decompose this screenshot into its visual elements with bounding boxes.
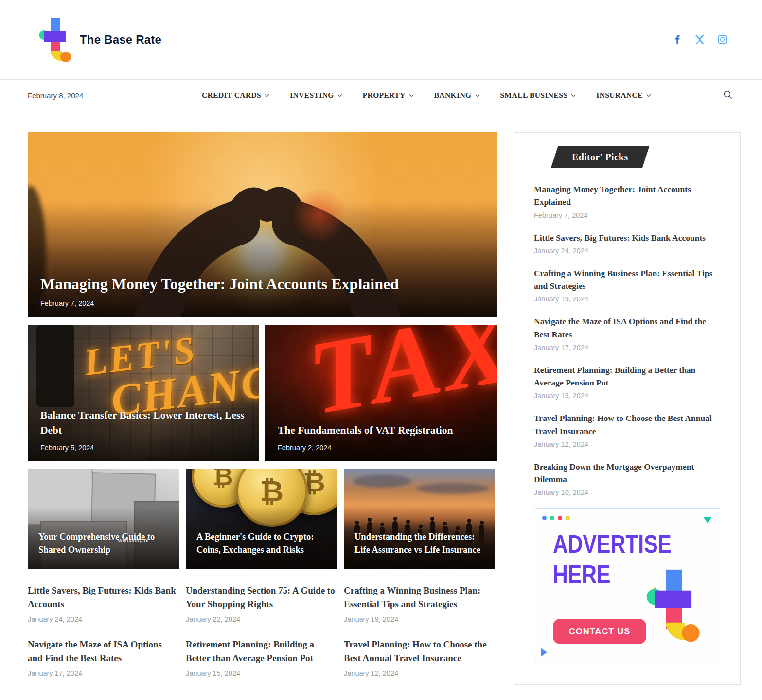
article-title[interactable]: Travel Planning: How to Choose the Best … [534, 412, 721, 438]
chevron-down-icon [475, 94, 480, 97]
article-date: January 15, 2024 [186, 669, 337, 677]
article-title[interactable]: Little Savers, Big Futures: Kids Bank Ac… [534, 231, 721, 244]
hero-date: February 7, 2024 [40, 299, 484, 307]
article-date: January 15, 2024 [534, 392, 721, 400]
nav-item-banking[interactable]: BANKING [434, 91, 480, 100]
nav-item-investing[interactable]: INVESTING [290, 91, 342, 100]
card-caption: The Fundamentals of VAT Registration Feb… [278, 423, 484, 452]
article-title[interactable]: Understanding Section 75: A Guide to You… [186, 584, 337, 611]
sidebar-article-link[interactable]: Crafting a Winning Business Plan: Essent… [534, 267, 721, 303]
nav-item-property[interactable]: PROPERTY [363, 91, 414, 100]
article-title[interactable]: Retirement Planning: Building a Better t… [534, 364, 721, 389]
advertise-line-1: ADVERTISE [553, 529, 672, 559]
contact-us-button[interactable]: CONTACT US [553, 619, 646, 644]
article-title[interactable]: Balance Transfer Basics: Lower Interest,… [40, 408, 246, 438]
x-twitter-icon[interactable] [695, 35, 704, 44]
site-logo-mark-icon [39, 18, 69, 61]
article-card-crypto-guide[interactable]: ₿ ₿ ₿ A Beginner's Guide to Crypto: Coin… [186, 469, 337, 569]
article-date: February 5, 2024 [40, 444, 246, 452]
article-date: January 22, 2024 [186, 615, 337, 623]
nav-item-insurance[interactable]: INSURANCE [596, 91, 651, 100]
article-card-shared-ownership[interactable]: wehkamp.nl Your Comprehensive Guide to S… [28, 469, 179, 569]
editors-picks-ribbon: Editor' Picks [551, 146, 649, 168]
logo-orange-dot [682, 624, 699, 642]
article-title[interactable]: A Beginner's Guide to Crypto: Coins, Exc… [196, 530, 326, 557]
sidebar-article-link[interactable]: Managing Money Together: Joint Accounts … [534, 183, 721, 219]
teal-triangle-icon [703, 517, 712, 523]
ad-logo-mark-icon [647, 570, 696, 640]
site-header: The Base Rate [0, 0, 762, 79]
article-title[interactable]: The Fundamentals of VAT Registration [278, 423, 484, 438]
hero-article-card[interactable]: Managing Money Together: Joint Accounts … [28, 132, 497, 317]
nav-menu: CREDIT CARDS INVESTING PROPERTY BANKING … [149, 91, 704, 100]
article-date: January 10, 2024 [534, 489, 721, 496]
site-logo[interactable]: The Base Rate [39, 18, 161, 61]
logo-purple-bar [44, 31, 66, 42]
sidebar-article-link[interactable]: Breaking Down the Mortgage Overpayment D… [534, 460, 721, 497]
chevron-down-icon [265, 94, 269, 97]
article-link[interactable]: Travel Planning: How to Choose the Best … [344, 638, 495, 677]
article-title[interactable]: Retirement Planning: Building a Better t… [186, 638, 337, 665]
page: The Base Rate February 8, 2024 CREDIT CA… [0, 0, 762, 700]
decorative-dots [542, 516, 570, 520]
nav-item-small-business[interactable]: SMALL BUSINESS [500, 91, 576, 100]
chevron-down-icon [409, 94, 414, 97]
sidebar-article-link[interactable]: Travel Planning: How to Choose the Best … [534, 412, 721, 448]
card-caption: Balance Transfer Basics: Lower Interest,… [40, 408, 246, 452]
article-card-vat-registration[interactable]: TAX The Fundamentals of VAT Registration… [265, 325, 497, 461]
content-area: Managing Money Together: Joint Accounts … [0, 111, 762, 685]
sidebar-article-link[interactable]: Little Savers, Big Futures: Kids Bank Ac… [534, 231, 721, 255]
medium-cards-row: LET'S CHANGE Balance Transfer Basics: Lo… [28, 325, 497, 461]
logo-orange-dot [60, 52, 71, 62]
sidebar-article-link[interactable]: Navigate the Maze of ISA Options and Fin… [534, 315, 721, 351]
current-date: February 8, 2024 [28, 91, 149, 100]
article-date: January 24, 2024 [534, 247, 721, 255]
article-card-balance-transfer[interactable]: LET'S CHANGE Balance Transfer Basics: Lo… [28, 325, 259, 461]
lens-flare [290, 188, 349, 242]
article-title[interactable]: Little Savers, Big Futures: Kids Bank Ac… [28, 584, 179, 611]
logo-purple-bar [655, 591, 691, 608]
article-title[interactable]: Navigate the Maze of ISA Options and Fin… [28, 638, 179, 665]
article-date: February 2, 2024 [278, 444, 484, 452]
article-date: February 7, 2024 [534, 211, 721, 219]
advertise-banner[interactable]: ADVERTISE HERE CONTACT US [534, 508, 721, 663]
article-title[interactable]: Crafting a Winning Business Plan: Essent… [534, 267, 721, 293]
article-link[interactable]: Understanding Section 75: A Guide to You… [186, 584, 337, 623]
article-date: January 24, 2024 [28, 615, 179, 623]
article-title[interactable]: Managing Money Together: Joint Accounts … [534, 183, 721, 209]
article-link[interactable]: Crafting a Winning Business Plan: Essent… [344, 584, 495, 623]
hero-title[interactable]: Managing Money Together: Joint Accounts … [40, 274, 484, 294]
sidebar-title: Editor' Picks [572, 152, 628, 163]
article-date: January 12, 2024 [534, 440, 721, 448]
article-date: January 17, 2024 [28, 669, 179, 677]
nav-item-credit-cards[interactable]: CREDIT CARDS [202, 91, 269, 100]
search-icon [723, 90, 733, 100]
instagram-icon[interactable] [718, 35, 727, 44]
article-card-life-assurance[interactable]: Understanding the Differences: Life Assu… [344, 469, 495, 569]
small-cards-row: wehkamp.nl Your Comprehensive Guide to S… [28, 469, 497, 569]
sidebar-article-link[interactable]: Retirement Planning: Building a Better t… [534, 364, 721, 400]
chevron-down-icon [571, 94, 576, 97]
editors-picks-list: Managing Money Together: Joint Accounts … [534, 183, 721, 496]
chevron-down-icon [646, 94, 651, 97]
article-title[interactable]: Crafting a Winning Business Plan: Essent… [344, 584, 495, 611]
main-column: Managing Money Together: Joint Accounts … [28, 132, 497, 677]
card-caption: Understanding the Differences: Life Assu… [354, 530, 484, 557]
article-link[interactable]: Little Savers, Big Futures: Kids Bank Ac… [28, 584, 179, 623]
article-date: January 19, 2024 [344, 615, 495, 623]
article-link[interactable]: Navigate the Maze of ISA Options and Fin… [28, 638, 179, 677]
article-title[interactable]: Understanding the Differences: Life Assu… [354, 530, 484, 557]
article-title[interactable]: Your Comprehensive Guide to Shared Owner… [38, 530, 168, 557]
article-date: January 17, 2024 [534, 344, 721, 351]
facebook-icon[interactable] [673, 35, 682, 44]
article-link[interactable]: Retirement Planning: Building a Better t… [186, 638, 337, 677]
article-title[interactable]: Travel Planning: How to Choose the Best … [344, 638, 495, 665]
article-title[interactable]: Navigate the Maze of ISA Options and Fin… [534, 315, 721, 341]
card-caption: Your Comprehensive Guide to Shared Owner… [38, 530, 168, 557]
main-navigation: February 8, 2024 CREDIT CARDS INVESTING … [0, 79, 762, 111]
hero-caption: Managing Money Together: Joint Accounts … [40, 274, 484, 307]
card-caption: A Beginner's Guide to Crypto: Coins, Exc… [196, 530, 326, 557]
search-button[interactable] [723, 90, 733, 101]
article-title[interactable]: Breaking Down the Mortgage Overpayment D… [534, 460, 721, 486]
sidebar: Editor' Picks Managing Money Together: J… [514, 132, 741, 685]
